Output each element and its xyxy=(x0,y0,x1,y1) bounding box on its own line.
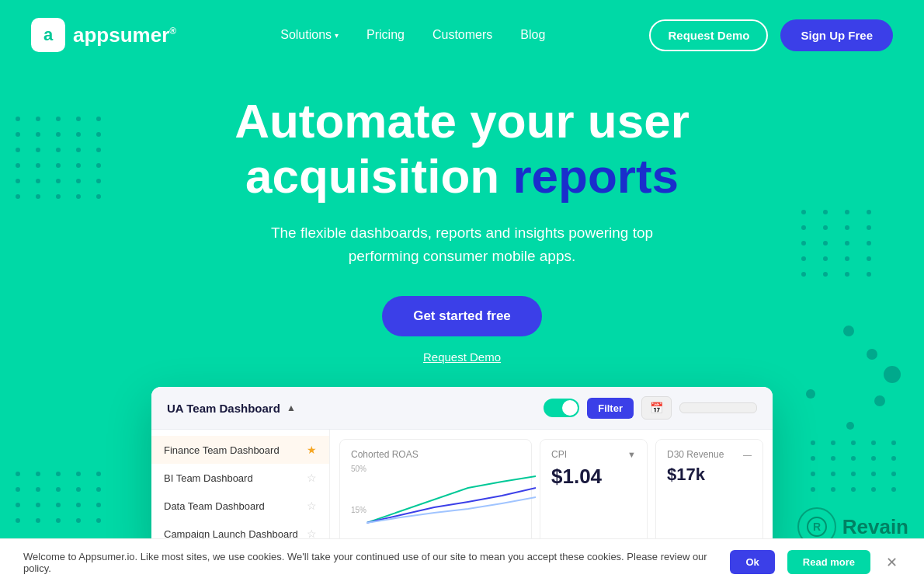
hero-demo-link[interactable]: Request Demo xyxy=(423,350,501,364)
dashboard-title: UA Team Dashboard ▲ xyxy=(167,402,296,415)
toggle-switch[interactable] xyxy=(544,399,579,417)
dashboard-preview: UA Team Dashboard ▲ Filter 📅 Finance Tea… xyxy=(151,387,773,554)
list-item[interactable]: Data Team Dashboard ☆ xyxy=(151,492,329,520)
roas-chart xyxy=(366,472,536,527)
dashboard-sidebar: Finance Team Dashboard ★ BI Team Dashboa… xyxy=(151,430,330,554)
metric-card-cpi: CPI ▼ $1.04 xyxy=(540,439,648,545)
get-started-button[interactable]: Get started free xyxy=(382,296,542,336)
solutions-label: Solutions xyxy=(280,28,332,42)
dashboard-body: Finance Team Dashboard ★ BI Team Dashboa… xyxy=(151,430,773,554)
hero-title-accent: reports xyxy=(512,149,679,203)
metrics-area: Cohorted ROAS 50% 15% xyxy=(330,430,773,554)
metric-name: Cohorted ROAS xyxy=(351,449,419,460)
brand-name-text: appsumer xyxy=(73,23,169,47)
hero-title: Automate your user acquisition reports xyxy=(234,93,690,204)
nav-links: Solutions ▾ Pricing Customers Blog xyxy=(280,28,545,42)
arrow-down-icon: ▼ xyxy=(627,450,636,459)
sign-up-button[interactable]: Sign Up Free xyxy=(780,19,893,51)
customers-label: Customers xyxy=(432,28,492,42)
dashboard-header: UA Team Dashboard ▲ Filter 📅 xyxy=(151,387,773,430)
nav-solutions[interactable]: Solutions ▾ xyxy=(280,28,339,42)
chart-label-50: 50% xyxy=(351,465,366,473)
calendar-button[interactable]: 📅 xyxy=(641,396,672,420)
nav-customers[interactable]: Customers xyxy=(432,28,492,42)
decorative-dots-bottom-left xyxy=(16,472,106,523)
hero-content: Automate your user acquisition reports T… xyxy=(0,93,924,364)
cookie-close-button[interactable]: ✕ xyxy=(883,554,901,571)
metric-label: CPI ▼ xyxy=(551,449,636,460)
metric-name: CPI xyxy=(551,449,567,460)
nav-blog[interactable]: Blog xyxy=(520,28,545,42)
dashboard-controls: Filter 📅 xyxy=(544,396,757,420)
dashboard-item-label: Finance Team Dashboard xyxy=(164,444,280,456)
chart-area: 50% 15% xyxy=(351,465,520,527)
decorative-circle-6 xyxy=(806,389,815,399)
filter-button[interactable]: Filter xyxy=(587,398,634,419)
chevron-up-icon: ▲ xyxy=(287,402,296,413)
nav-pricing[interactable]: Pricing xyxy=(366,28,405,42)
date-range-display[interactable] xyxy=(679,402,757,413)
metric-card-d30: D30 Revenue — $17k xyxy=(655,439,763,545)
decorative-circle-3 xyxy=(884,366,901,383)
metric-card-roas: Cohorted ROAS 50% 15% xyxy=(339,439,532,545)
cookie-message: Welcome to Appsumer.io. Like most sites,… xyxy=(23,551,717,574)
metric-label: Cohorted ROAS xyxy=(351,449,520,460)
cookie-bar: Welcome to Appsumer.io. Like most sites,… xyxy=(0,538,924,585)
pricing-label: Pricing xyxy=(366,28,405,42)
brand-name: appsumer® xyxy=(73,23,176,47)
dashboard-title-text: UA Team Dashboard xyxy=(167,402,280,415)
star-filled-icon: ★ xyxy=(307,444,317,456)
hero-section: a appsumer® Solutions ▾ Pricing Customer… xyxy=(0,0,924,585)
dashboard-item-label: Data Team Dashboard xyxy=(164,500,265,512)
arrow-down-icon: — xyxy=(743,450,752,459)
metric-label: D30 Revenue — xyxy=(667,449,752,460)
metric-name: D30 Revenue xyxy=(667,449,724,460)
metric-value-d30: $17k xyxy=(667,465,752,485)
blog-label: Blog xyxy=(520,28,545,42)
cookie-ok-button[interactable]: Ok xyxy=(730,550,774,574)
navigation: a appsumer® Solutions ▾ Pricing Customer… xyxy=(0,0,924,70)
metric-value-cpi: $1.04 xyxy=(551,465,636,489)
close-icon: ✕ xyxy=(886,555,898,570)
revain-logo-icon: R xyxy=(806,516,828,538)
revain-text: Revain xyxy=(842,515,908,539)
hero-subtitle: The flexible dashboards, reports and ins… xyxy=(268,221,656,269)
cookie-readmore-button[interactable]: Read more xyxy=(787,550,870,574)
star-empty-icon: ☆ xyxy=(307,500,317,512)
request-demo-button[interactable]: Request Demo xyxy=(649,19,768,51)
hero-title-line2: acquisition xyxy=(245,149,512,203)
nav-buttons: Request Demo Sign Up Free xyxy=(649,19,893,51)
hero-title-line1: Automate your user xyxy=(234,94,690,148)
reg-mark: ® xyxy=(169,26,176,37)
svg-text:R: R xyxy=(813,521,821,533)
list-item[interactable]: BI Team Dashboard ☆ xyxy=(151,464,329,492)
dashboard-item-label: BI Team Dashboard xyxy=(164,472,253,484)
logo-icon: a xyxy=(31,18,65,52)
chevron-down-icon: ▾ xyxy=(335,31,339,40)
decorative-circle-5 xyxy=(846,422,854,430)
decorative-circle-4 xyxy=(874,395,885,406)
logo-letter: a xyxy=(43,25,53,45)
chart-label-15: 15% xyxy=(351,506,366,514)
decorative-dots-bottom-right xyxy=(811,440,901,492)
toggle-thumb xyxy=(562,400,578,416)
calendar-icon: 📅 xyxy=(650,402,663,414)
star-empty-icon: ☆ xyxy=(307,472,317,484)
logo: a appsumer® xyxy=(31,18,176,52)
list-item[interactable]: Finance Team Dashboard ★ xyxy=(151,436,329,464)
